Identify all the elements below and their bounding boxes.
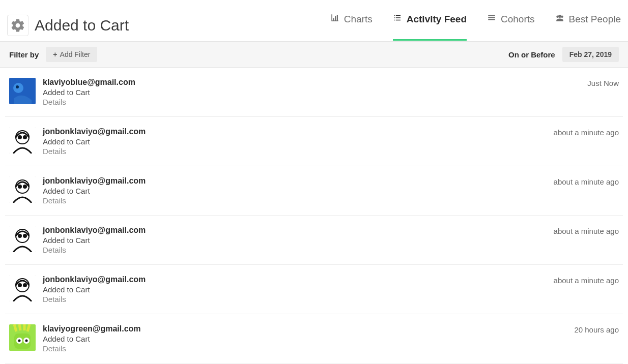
feed-email[interactable]: jonbonklaviyo@gmail.com <box>43 275 146 284</box>
feed-email[interactable]: jonbonklaviyo@gmail.com <box>43 176 146 186</box>
feed-time: 20 hours ago <box>574 324 619 353</box>
activity-feed: klaviyoblue@gmail.com Added to Cart Deta… <box>0 68 628 363</box>
filter-bar: Filter by + Add Filter On or Before Feb … <box>0 42 628 68</box>
feed-action: Added to Cart <box>43 137 146 146</box>
chart-icon <box>330 13 339 25</box>
tab-label: Activity Feed <box>407 14 467 25</box>
add-filter-button[interactable]: + Add Filter <box>46 47 97 62</box>
details-link[interactable]: Details <box>43 295 146 304</box>
feed-email[interactable]: jonbonklaviyo@gmail.com <box>43 226 146 235</box>
feed-email[interactable]: klaviyoblue@gmail.com <box>43 78 135 87</box>
svg-point-2 <box>16 85 19 88</box>
feed-item: jonbonklaviyo@gmail.com Added to Cart De… <box>5 166 623 216</box>
tab-label: Best People <box>569 14 621 25</box>
date-filter-button[interactable]: Feb 27, 2019 <box>562 47 619 62</box>
svg-point-17 <box>18 283 22 287</box>
feed-action: Added to Cart <box>43 335 141 343</box>
tab-label: Cohorts <box>501 14 535 25</box>
svg-point-14 <box>23 234 27 238</box>
on-or-before-label: On or Before <box>508 50 555 59</box>
feed-item: jonbonklaviyo@gmail.com Added to Cart De… <box>5 265 623 314</box>
avatar[interactable] <box>9 324 36 351</box>
feed-item: klaviyoblue@gmail.com Added to Cart Deta… <box>5 68 623 117</box>
page-title: Added to Cart <box>35 17 129 34</box>
plus-icon: + <box>53 50 57 58</box>
feed-email[interactable]: klaviyogreen@gmail.com <box>43 324 141 333</box>
feed-time: about a minute ago <box>554 176 619 205</box>
tab-bar: Charts Activity Feed Cohorts Best People <box>330 9 621 41</box>
filter-by-label: Filter by <box>9 50 39 59</box>
feed-action: Added to Cart <box>43 285 146 294</box>
tab-activity-feed[interactable]: Activity Feed <box>393 13 467 41</box>
svg-point-18 <box>23 283 27 287</box>
feed-email[interactable]: jonbonklaviyo@gmail.com <box>43 127 146 136</box>
avatar[interactable] <box>9 275 36 301</box>
tab-best-people[interactable]: Best People <box>555 13 621 41</box>
svg-point-23 <box>18 340 21 342</box>
svg-point-10 <box>23 185 27 189</box>
svg-point-9 <box>18 185 22 189</box>
details-link[interactable]: Details <box>43 196 146 205</box>
feed-time: Just Now <box>587 78 619 106</box>
svg-point-24 <box>25 340 28 342</box>
people-icon <box>555 13 564 25</box>
svg-point-13 <box>18 234 22 238</box>
svg-point-6 <box>23 135 27 139</box>
avatar[interactable] <box>9 78 36 104</box>
feed-time: about a minute ago <box>554 275 619 304</box>
list-icon <box>393 13 402 25</box>
tab-label: Charts <box>344 14 373 25</box>
feed-item: jonbonklaviyo@gmail.com Added to Cart De… <box>5 216 623 265</box>
feed-item: jonbonklaviyo@gmail.com Added to Cart De… <box>5 117 623 166</box>
details-link[interactable]: Details <box>43 344 141 353</box>
gear-icon <box>7 15 28 36</box>
details-link[interactable]: Details <box>43 246 146 254</box>
svg-point-5 <box>18 135 22 139</box>
avatar[interactable] <box>9 226 36 252</box>
feed-action: Added to Cart <box>43 187 146 195</box>
details-link[interactable]: Details <box>43 147 146 156</box>
avatar[interactable] <box>9 127 36 154</box>
tab-charts[interactable]: Charts <box>330 13 373 41</box>
feed-item: klaviyogreen@gmail.com Added to Cart Det… <box>5 314 623 363</box>
grid-icon <box>487 13 496 25</box>
add-filter-label: Add Filter <box>60 50 91 58</box>
details-link[interactable]: Details <box>43 98 135 106</box>
feed-time: about a minute ago <box>554 127 619 156</box>
feed-time: about a minute ago <box>554 226 619 254</box>
avatar[interactable] <box>9 176 36 203</box>
feed-action: Added to Cart <box>43 236 146 245</box>
tab-cohorts[interactable]: Cohorts <box>487 13 535 41</box>
feed-action: Added to Cart <box>43 88 135 97</box>
